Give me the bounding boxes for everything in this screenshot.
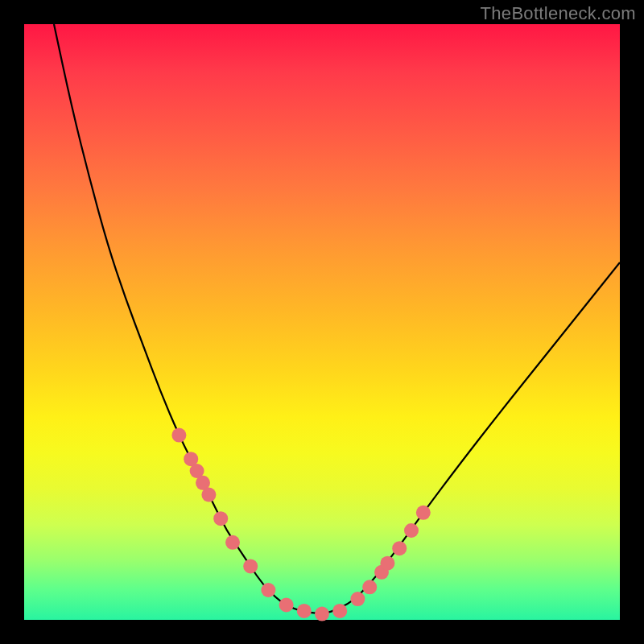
- data-marker: [315, 607, 329, 621]
- chart-overlay: [24, 24, 620, 620]
- data-marker: [297, 604, 312, 618]
- data-marker: [261, 583, 275, 597]
- data-marker: [392, 541, 407, 555]
- data-marker: [201, 488, 216, 502]
- bottleneck-curve: [54, 24, 620, 613]
- data-marker: [380, 556, 394, 571]
- markers-group: [171, 428, 430, 621]
- data-marker: [416, 506, 431, 520]
- data-marker: [225, 535, 240, 550]
- data-marker: [213, 511, 228, 526]
- data-marker: [362, 580, 377, 594]
- data-marker: [243, 559, 258, 573]
- chart-frame: TheBottleneck.com: [0, 0, 644, 644]
- data-marker: [171, 428, 186, 443]
- data-marker: [404, 523, 419, 538]
- data-marker: [279, 598, 294, 613]
- watermark-label: TheBottleneck.com: [481, 3, 636, 24]
- data-marker: [350, 592, 365, 606]
- data-marker: [332, 604, 347, 618]
